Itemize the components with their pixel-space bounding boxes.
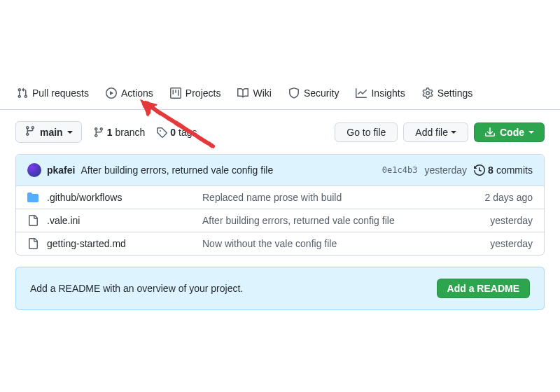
file-row: .vale.ini After building errors, returne…	[16, 209, 544, 232]
caret-down-icon	[528, 131, 534, 134]
avatar[interactable]	[27, 163, 41, 177]
tab-projects[interactable]: Projects	[164, 83, 227, 103]
history-icon	[474, 164, 485, 176]
tab-actions[interactable]: Actions	[100, 83, 159, 103]
add-file-label: Add file	[415, 127, 448, 138]
tab-wiki[interactable]: Wiki	[232, 83, 276, 103]
branch-count: 1	[107, 127, 113, 138]
tag-count-link[interactable]: 0 tags	[156, 127, 197, 138]
readme-prompt-banner: Add a README with an overview of your pr…	[15, 267, 545, 310]
readme-prompt-text: Add a README with an overview of your pr…	[30, 283, 243, 294]
branch-name: main	[40, 127, 63, 138]
code-label: Code	[500, 127, 524, 138]
repo-nav: Pull requests Actions Projects Wiki Secu…	[0, 76, 560, 110]
file-commit-msg-link[interactable]: Replaced name prose with build	[202, 192, 477, 203]
git-pull-request-icon	[17, 88, 28, 99]
commits-count: 8	[488, 164, 493, 176]
tag-count: 0	[170, 127, 176, 138]
add-readme-button[interactable]: Add a README	[437, 279, 530, 298]
tab-pull-requests[interactable]: Pull requests	[11, 83, 94, 103]
nav-label: Pull requests	[32, 88, 89, 99]
commit-author-link[interactable]: pkafei	[47, 164, 75, 176]
file-time: 2 days ago	[485, 192, 533, 203]
file-time: yesterday	[490, 238, 533, 249]
nav-label: Projects	[186, 88, 221, 99]
nav-label: Settings	[438, 88, 473, 99]
gear-icon	[422, 88, 433, 99]
nav-label: Wiki	[253, 88, 271, 99]
repo-toolbar: main 1 branch 0 tags Go to file Add file…	[0, 110, 560, 154]
file-icon	[27, 215, 38, 226]
latest-commit-bar: pkafei After building errors, returned v…	[16, 155, 544, 186]
file-commit-msg-link[interactable]: After building errors, returned vale con…	[202, 215, 482, 226]
play-icon	[106, 88, 117, 99]
commit-sha-link[interactable]: 0e1c4b3	[382, 165, 418, 175]
caret-down-icon	[451, 131, 456, 134]
add-file-button[interactable]: Add file	[403, 122, 468, 142]
file-time: yesterday	[490, 215, 533, 226]
file-listing: pkafei After building errors, returned v…	[15, 154, 545, 255]
nav-label: Insights	[371, 88, 405, 99]
git-branch-icon	[93, 127, 104, 138]
nav-label: Actions	[121, 88, 153, 99]
file-row: getting-started.md Now without the vale …	[16, 232, 544, 255]
file-name-link[interactable]: .vale.ini	[47, 215, 80, 226]
branch-count-label: branch	[115, 127, 145, 138]
book-icon	[237, 88, 248, 99]
add-readme-label: Add a README	[447, 283, 519, 294]
file-name-link[interactable]: .github/workflows	[47, 192, 122, 203]
graph-icon	[356, 88, 367, 99]
file-commit-msg-link[interactable]: Now without the vale config file	[202, 238, 482, 249]
git-branch-icon	[24, 125, 36, 139]
shield-icon	[288, 88, 300, 99]
commit-message-link[interactable]: After building errors, returned vale con…	[80, 164, 273, 176]
tag-icon	[156, 127, 167, 138]
code-button[interactable]: Code	[474, 122, 545, 142]
branch-count-link[interactable]: 1 branch	[93, 127, 146, 138]
project-icon	[170, 88, 181, 99]
tab-settings[interactable]: Settings	[416, 83, 479, 103]
file-row: .github/workflows Replaced name prose wi…	[16, 186, 544, 209]
folder-icon	[27, 192, 38, 203]
tab-insights[interactable]: Insights	[350, 83, 410, 103]
commits-count-link[interactable]: 8 commits	[474, 164, 533, 176]
go-to-file-button[interactable]: Go to file	[335, 122, 398, 142]
branch-select-button[interactable]: main	[15, 121, 82, 143]
nav-label: Security	[304, 88, 340, 99]
download-icon	[484, 127, 496, 138]
file-name-link[interactable]: getting-started.md	[47, 238, 126, 249]
tab-security[interactable]: Security	[283, 83, 345, 103]
caret-down-icon	[67, 131, 73, 134]
commit-time: yesterday	[424, 164, 467, 176]
commits-label: commits	[496, 164, 533, 176]
file-icon	[27, 238, 38, 249]
tag-count-label: tags	[178, 127, 197, 138]
